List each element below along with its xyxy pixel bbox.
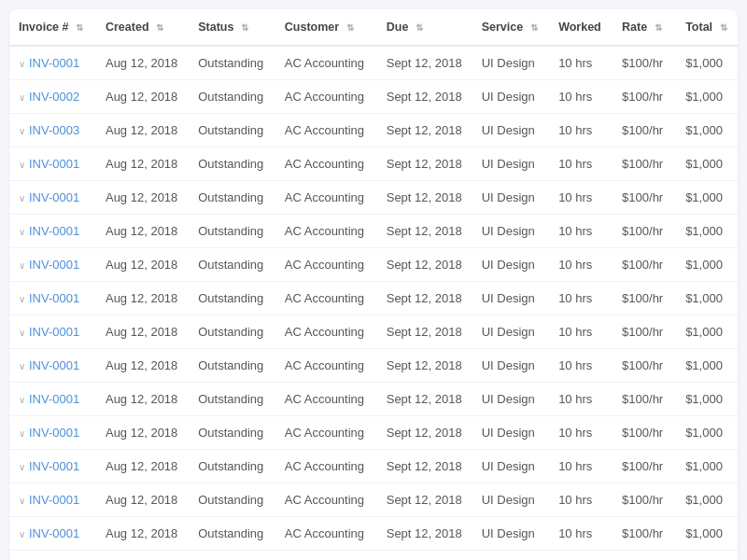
sort-icon-due: ⇅ bbox=[416, 22, 423, 33]
col-header-service[interactable]: Service ⇅ bbox=[472, 9, 549, 46]
col-header-total[interactable]: Total ⇅ bbox=[676, 9, 738, 46]
cell-created: Aug 12, 2018 bbox=[96, 114, 189, 147]
cell-worked: 10 hrs bbox=[549, 282, 613, 315]
cell-rate: $100/hr bbox=[613, 517, 676, 551]
col-header-status[interactable]: Status ⇅ bbox=[189, 9, 275, 46]
sort-icon-status: ⇅ bbox=[241, 22, 248, 33]
invoice-link[interactable]: INV-0001 bbox=[29, 56, 79, 70]
invoice-link[interactable]: INV-0001 bbox=[29, 493, 79, 507]
cell-invoice: ∨INV-0001 bbox=[9, 282, 96, 315]
table-row: ∨INV-0001Aug 12, 2018OutstandingAC Accou… bbox=[9, 282, 738, 315]
cell-status: Outstanding bbox=[189, 282, 275, 315]
row-chevron[interactable]: ∨ bbox=[19, 361, 25, 371]
invoice-link[interactable]: INV-0001 bbox=[29, 459, 79, 473]
col-header-service-label: Service bbox=[482, 21, 523, 34]
cell-customer: AC Accounting bbox=[275, 46, 377, 80]
invoice-link[interactable]: INV-0001 bbox=[29, 426, 79, 440]
invoice-link[interactable]: INV-0001 bbox=[29, 526, 79, 540]
cell-customer: AC Accounting bbox=[275, 215, 377, 248]
cell-total: $1,000 bbox=[676, 315, 738, 349]
cell-rate: $100/hr bbox=[613, 282, 676, 315]
cell-due: Sept 12, 2018 bbox=[377, 450, 472, 483]
cell-due: Sept 12, 2018 bbox=[377, 517, 472, 551]
row-chevron[interactable]: ∨ bbox=[19, 160, 25, 170]
cell-service: UI Design bbox=[472, 383, 549, 416]
cell-worked: 10 hrs bbox=[549, 248, 613, 282]
cell-service: UI Design bbox=[472, 80, 549, 114]
invoice-link[interactable]: INV-0001 bbox=[29, 358, 79, 372]
invoice-link[interactable]: INV-0001 bbox=[29, 325, 79, 339]
table-row: ∨INV-0001Aug 12, 2018OutstandingAC Accou… bbox=[9, 383, 738, 416]
cell-status: Outstanding bbox=[189, 416, 275, 450]
row-chevron[interactable]: ∨ bbox=[19, 193, 25, 203]
cell-invoice: ∨INV-0001 bbox=[9, 147, 96, 181]
cell-customer: AC Accounting bbox=[275, 315, 377, 349]
col-header-due[interactable]: Due ⇅ bbox=[377, 9, 472, 46]
cell-customer: AC Accounting bbox=[275, 114, 377, 147]
row-chevron[interactable]: ∨ bbox=[19, 59, 25, 69]
cell-created: Aug 12, 2018 bbox=[96, 147, 189, 181]
row-chevron[interactable]: ∨ bbox=[19, 328, 25, 338]
table-row: ∨INV-0001Aug 12, 2018OutstandingAC Accou… bbox=[9, 181, 738, 215]
row-chevron[interactable]: ∨ bbox=[19, 92, 25, 103]
cell-worked: 10 hrs bbox=[549, 114, 613, 147]
cell-created: Aug 12, 2018 bbox=[96, 483, 189, 517]
cell-total: $1,000 bbox=[676, 248, 738, 282]
cell-worked: 10 hrs bbox=[549, 147, 613, 181]
row-chevron[interactable]: ∨ bbox=[19, 294, 25, 304]
row-chevron[interactable]: ∨ bbox=[19, 227, 25, 237]
cell-invoice: ∨INV-0001 bbox=[9, 517, 96, 551]
cell-worked: 10 hrs bbox=[549, 315, 613, 349]
cell-total: $1,000 bbox=[676, 416, 738, 450]
cell-invoice: ∨INV-0003 bbox=[9, 114, 96, 147]
cell-worked: 10 hrs bbox=[549, 450, 613, 483]
cell-status: Outstanding bbox=[189, 517, 275, 551]
invoice-link[interactable]: INV-0001 bbox=[29, 224, 79, 238]
col-header-created-label: Created bbox=[106, 21, 149, 34]
cell-worked: 10 hrs bbox=[549, 483, 613, 517]
row-chevron[interactable]: ∨ bbox=[19, 529, 25, 539]
col-header-worked-label: Worked bbox=[558, 21, 601, 34]
col-header-customer[interactable]: Customer ⇅ bbox=[275, 9, 377, 46]
cell-customer: AC Accounting bbox=[275, 450, 377, 483]
cell-service: UI Design bbox=[472, 215, 549, 248]
col-header-created[interactable]: Created ⇅ bbox=[96, 9, 189, 46]
col-header-invoice[interactable]: Invoice # ⇅ bbox=[9, 9, 96, 46]
cell-worked: 10 hrs bbox=[549, 551, 613, 561]
cell-rate: $100/hr bbox=[613, 383, 676, 416]
row-chevron[interactable]: ∨ bbox=[19, 260, 25, 271]
cell-worked: 10 hrs bbox=[549, 80, 613, 114]
invoice-link[interactable]: INV-0003 bbox=[29, 123, 79, 137]
col-header-rate[interactable]: Rate ⇅ bbox=[613, 9, 676, 46]
invoice-link[interactable]: INV-0001 bbox=[29, 291, 79, 305]
cell-worked: 10 hrs bbox=[549, 46, 613, 80]
col-header-due-label: Due bbox=[387, 21, 409, 34]
cell-total: $1,000 bbox=[676, 483, 738, 517]
cell-created: Aug 12, 2018 bbox=[96, 383, 189, 416]
cell-customer: AC Accounting bbox=[275, 248, 377, 282]
cell-due: Sept 12, 2018 bbox=[377, 248, 472, 282]
invoice-link[interactable]: INV-0001 bbox=[29, 157, 79, 171]
cell-invoice: ∨INV-0002 bbox=[9, 80, 96, 114]
invoice-link[interactable]: INV-0001 bbox=[29, 190, 79, 204]
cell-created: Aug 12, 2018 bbox=[96, 349, 189, 383]
row-chevron[interactable]: ∨ bbox=[19, 496, 25, 506]
row-chevron[interactable]: ∨ bbox=[19, 428, 25, 439]
invoice-link[interactable]: INV-0001 bbox=[29, 392, 79, 406]
cell-service: UI Design bbox=[472, 114, 549, 147]
row-chevron[interactable]: ∨ bbox=[19, 395, 25, 405]
invoice-link[interactable]: INV-0002 bbox=[29, 90, 79, 104]
row-chevron[interactable]: ∨ bbox=[19, 126, 25, 136]
cell-total: $1,000 bbox=[676, 147, 738, 181]
cell-total: $1,000 bbox=[676, 282, 738, 315]
cell-service: UI Design bbox=[472, 315, 549, 349]
cell-service: UI Design bbox=[472, 483, 549, 517]
invoice-link[interactable]: INV-0001 bbox=[29, 258, 79, 272]
cell-status: Outstanding bbox=[189, 349, 275, 383]
cell-service: UI Design bbox=[472, 551, 549, 561]
row-chevron[interactable]: ∨ bbox=[19, 462, 25, 472]
cell-worked: 10 hrs bbox=[549, 383, 613, 416]
cell-rate: $100/hr bbox=[613, 80, 676, 114]
cell-total: $1,000 bbox=[676, 450, 738, 483]
col-header-status-label: Status bbox=[198, 21, 233, 34]
